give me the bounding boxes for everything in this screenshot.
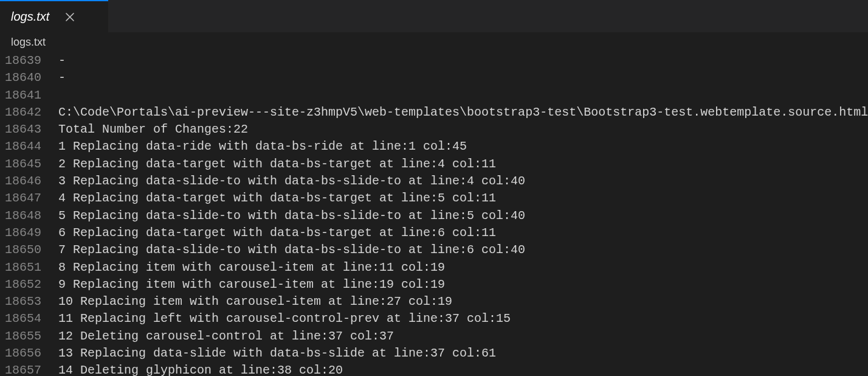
close-icon[interactable] <box>64 11 76 23</box>
editor-line[interactable]: 1865512 Deleting carousel-control at lin… <box>0 328 868 345</box>
editor-line[interactable]: 186441 Replacing data-ride with data-bs-… <box>0 138 868 155</box>
line-number: 18654 <box>0 310 58 327</box>
editor-line[interactable]: 186529 Replacing item with carousel-item… <box>0 276 868 293</box>
line-content: 5 Replacing data-slide-to with data-bs-s… <box>58 207 525 225</box>
line-number: 18648 <box>0 207 58 225</box>
line-content: 14 Deleting glyphicon at line:38 col:20 <box>58 362 343 376</box>
line-content: 11 Replacing left with carousel-control-… <box>58 310 511 327</box>
line-content: - <box>58 52 66 69</box>
editor-area[interactable]: 18639-18640-1864118642C:\Code\Portals\ai… <box>0 51 868 376</box>
line-content: 3 Replacing data-slide-to with data-bs-s… <box>58 173 525 190</box>
line-number: 18641 <box>0 87 58 104</box>
editor-line[interactable]: 18641 <box>0 87 868 104</box>
line-number: 18655 <box>0 328 58 345</box>
line-number: 18652 <box>0 276 58 293</box>
editor-line[interactable]: 186463 Replacing data-slide-to with data… <box>0 173 868 190</box>
line-number: 18657 <box>0 362 58 376</box>
line-content: 6 Replacing data-target with data-bs-tar… <box>58 225 496 242</box>
editor-line[interactable]: 1865613 Replacing data-slide with data-b… <box>0 345 868 362</box>
line-content: 4 Replacing data-target with data-bs-tar… <box>58 190 496 207</box>
line-content: 8 Replacing item with carousel-item at l… <box>58 259 445 276</box>
line-content: 2 Replacing data-target with data-bs-tar… <box>58 156 496 173</box>
line-number: 18651 <box>0 259 58 276</box>
line-content: 13 Replacing data-slide with data-bs-sli… <box>58 345 496 362</box>
tab-logs[interactable]: logs.txt <box>0 0 108 32</box>
line-number: 18645 <box>0 156 58 173</box>
line-number: 18646 <box>0 173 58 190</box>
line-number: 18644 <box>0 138 58 155</box>
editor-line[interactable]: 1865310 Replacing item with carousel-ite… <box>0 293 868 310</box>
line-content: 1 Replacing data-ride with data-bs-ride … <box>58 138 467 155</box>
editor-line[interactable]: 18642C:\Code\Portals\ai-preview---site-z… <box>0 104 868 121</box>
line-number: 18656 <box>0 345 58 362</box>
line-number: 18642 <box>0 104 58 121</box>
editor-line[interactable]: 186452 Replacing data-target with data-b… <box>0 156 868 173</box>
editor-line[interactable]: 18640- <box>0 69 868 86</box>
line-content: 12 Deleting carousel-control at line:37 … <box>58 328 394 345</box>
editor-line[interactable]: 186485 Replacing data-slide-to with data… <box>0 207 868 225</box>
tab-bar: logs.txt <box>0 0 868 33</box>
line-number: 18643 <box>0 121 58 138</box>
line-number: 18639 <box>0 52 58 69</box>
line-number: 18649 <box>0 225 58 242</box>
editor-line[interactable]: 1865411 Replacing left with carousel-con… <box>0 310 868 327</box>
line-content: - <box>58 69 66 86</box>
line-content: 7 Replacing data-slide-to with data-bs-s… <box>58 242 525 259</box>
editor-line[interactable]: 186518 Replacing item with carousel-item… <box>0 259 868 276</box>
editor-line[interactable]: 1865714 Deleting glyphicon at line:38 co… <box>0 362 868 376</box>
tab-label: logs.txt <box>11 10 49 24</box>
line-number: 18650 <box>0 242 58 259</box>
line-content: C:\Code\Portals\ai-preview---site-z3hmpV… <box>58 104 868 121</box>
breadcrumb-filename[interactable]: logs.txt <box>11 36 46 49</box>
line-content: 9 Replacing item with carousel-item at l… <box>58 276 445 293</box>
line-number: 18647 <box>0 190 58 207</box>
editor-line[interactable]: 186474 Replacing data-target with data-b… <box>0 190 868 207</box>
line-number: 18640 <box>0 69 58 86</box>
line-content: 10 Replacing item with carousel-item at … <box>58 293 452 310</box>
editor-line[interactable]: 186507 Replacing data-slide-to with data… <box>0 242 868 259</box>
editor-line[interactable]: 18643Total Number of Changes:22 <box>0 121 868 138</box>
line-number: 18653 <box>0 293 58 310</box>
breadcrumb: logs.txt <box>0 33 868 51</box>
editor-line[interactable]: 186496 Replacing data-target with data-b… <box>0 225 868 242</box>
line-content: Total Number of Changes:22 <box>58 121 248 138</box>
editor-line[interactable]: 18639- <box>0 52 868 69</box>
